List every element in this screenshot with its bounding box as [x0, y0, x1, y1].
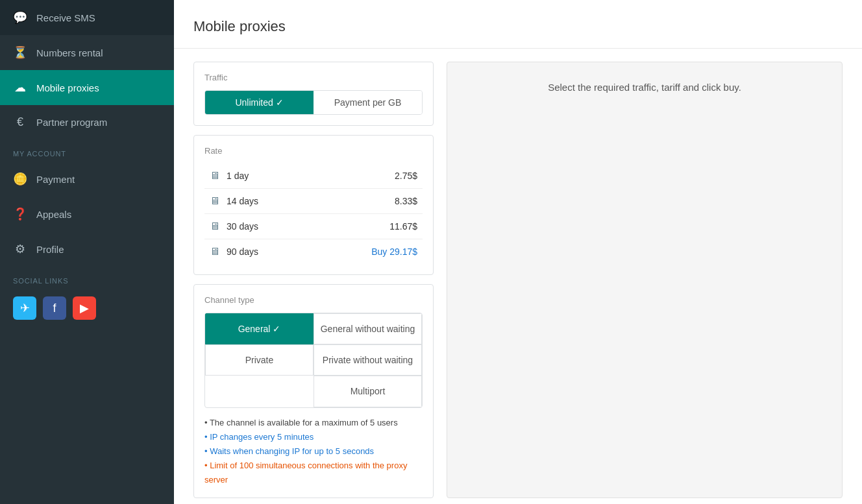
sidebar-item-label: Payment — [36, 174, 75, 185]
rate-card: Rate 🖥 1 day 2.75$ 🖥 14 days — [193, 135, 434, 275]
sidebar-item-label: Partner program — [36, 117, 107, 128]
channel-info-text: • The channel is available for a maximum… — [204, 416, 423, 487]
sidebar-item-label: Appeals — [36, 209, 71, 220]
rate-row-90days[interactable]: 🖥 90 days Buy 29.17$ — [204, 239, 423, 264]
chat-icon: 💬 — [13, 10, 27, 25]
sidebar-item-appeals[interactable]: ❓ Appeals — [0, 197, 174, 232]
page-title: Mobile proxies — [193, 18, 843, 35]
social-links-section-label: SOCIAL LINKS — [0, 267, 174, 289]
channel-type-label: Channel type — [204, 295, 423, 305]
payment-icon: 🪙 — [13, 172, 27, 186]
gear-icon: ⚙ — [13, 242, 27, 256]
traffic-card: Traffic Unlimited ✓ Payment per GB — [193, 62, 434, 126]
hourglass-icon: ⏳ — [13, 45, 27, 60]
rate-list: 🖥 1 day 2.75$ 🖥 14 days 8.33$ — [204, 163, 423, 264]
rate-label-1day: 1 day — [227, 171, 249, 181]
rate-price-14days: 8.33$ — [395, 196, 417, 206]
telegram-icon[interactable]: ✈ — [13, 296, 36, 320]
sidebar-item-label: Numbers rental — [36, 47, 103, 58]
sidebar-item-label: Profile — [36, 244, 64, 255]
left-panel: Traffic Unlimited ✓ Payment per GB Rate … — [193, 62, 434, 498]
question-icon: ❓ — [13, 207, 27, 221]
sidebar-item-receive-sms[interactable]: 💬 Receive SMS — [0, 0, 174, 35]
rate-label-30days: 30 days — [227, 221, 258, 232]
facebook-icon[interactable]: f — [43, 296, 66, 320]
info-line-4: • Limit of 100 simultaneous connections … — [204, 459, 423, 487]
channel-private-btn[interactable]: Private — [205, 344, 314, 376]
channel-general-without-waiting-btn[interactable]: General without waiting — [314, 313, 422, 344]
page-header: Mobile proxies — [174, 0, 862, 49]
sidebar-item-partner-program[interactable]: € Partner program — [0, 105, 174, 139]
sidebar-item-payment[interactable]: 🪙 Payment — [0, 162, 174, 197]
sidebar: 💬 Receive SMS ⏳ Numbers rental ☁ Mobile … — [0, 0, 174, 504]
rate-label-14days: 14 days — [227, 196, 258, 206]
rate-row-30days[interactable]: 🖥 30 days 11.67$ — [204, 214, 423, 239]
rate-row-1day[interactable]: 🖥 1 day 2.75$ — [204, 163, 423, 189]
channel-multiport-btn[interactable]: Multiport — [314, 376, 422, 407]
sidebar-item-label: Receive SMS — [36, 12, 95, 23]
channel-type-card: Channel type General ✓ General without w… — [193, 284, 434, 498]
rate-row-14days[interactable]: 🖥 14 days 8.33$ — [204, 189, 423, 214]
right-panel-text: Select the required traffic, tariff and … — [548, 82, 741, 93]
payment-per-gb-btn[interactable]: Payment per GB — [314, 91, 422, 114]
info-line-3: • Waits when changing IP for up to 5 sec… — [204, 444, 423, 459]
youtube-icon[interactable]: ▶ — [73, 296, 96, 320]
unlimited-btn[interactable]: Unlimited ✓ — [205, 91, 314, 114]
rate-price-1day: 2.75$ — [395, 171, 417, 181]
sidebar-item-numbers-rental[interactable]: ⏳ Numbers rental — [0, 35, 174, 70]
euro-icon: € — [13, 115, 27, 129]
sidebar-item-label: Mobile proxies — [36, 82, 99, 93]
social-links-container: ✈ f ▶ — [0, 289, 174, 333]
channel-private-without-waiting-btn[interactable]: Private without waiting — [314, 344, 422, 376]
sidebar-item-profile[interactable]: ⚙ Profile — [0, 232, 174, 267]
rate-price-90days[interactable]: Buy 29.17$ — [371, 246, 417, 257]
traffic-label: Traffic — [204, 73, 423, 82]
info-line-2: • IP changes every 5 minutes — [204, 430, 423, 444]
rate-label-90days: 90 days — [227, 246, 258, 257]
my-account-section-label: MY ACCOUNT — [0, 139, 174, 162]
cloud-icon: ☁ — [13, 80, 27, 95]
main-body: Traffic Unlimited ✓ Payment per GB Rate … — [174, 49, 862, 504]
rate-icon: 🖥 — [210, 246, 220, 258]
traffic-toggle: Unlimited ✓ Payment per GB — [204, 90, 423, 115]
channel-general-btn[interactable]: General ✓ — [205, 313, 314, 344]
rate-icon: 🖥 — [210, 170, 220, 182]
rate-icon: 🖥 — [210, 221, 220, 232]
rate-icon: 🖥 — [210, 195, 220, 207]
channel-type-grid: General ✓ General without waiting Privat… — [204, 313, 423, 408]
sidebar-item-mobile-proxies[interactable]: ☁ Mobile proxies — [0, 70, 174, 105]
rate-label: Rate — [204, 146, 423, 156]
main-content: Mobile proxies Traffic Unlimited ✓ Payme… — [174, 0, 862, 504]
right-panel: Select the required traffic, tariff and … — [447, 62, 843, 498]
info-line-1: • The channel is available for a maximum… — [204, 416, 423, 430]
rate-price-30days: 11.67$ — [389, 221, 417, 232]
